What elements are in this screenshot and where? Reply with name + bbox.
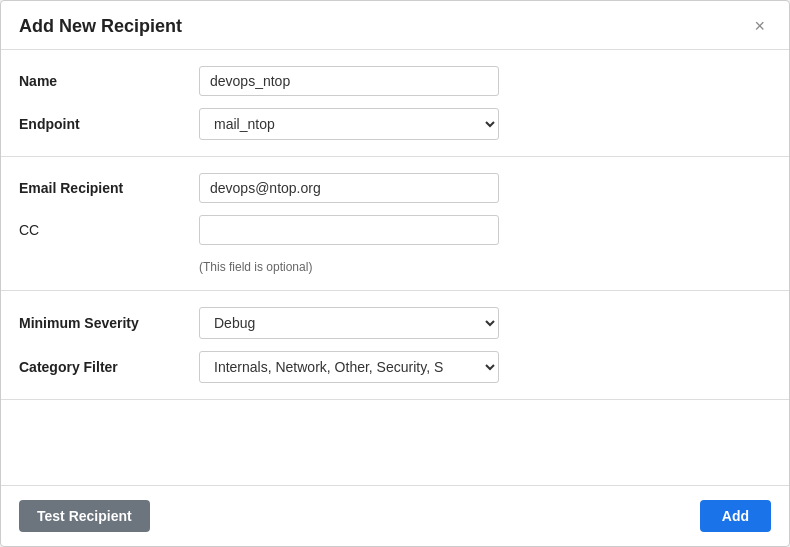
cc-label: CC [19,222,199,238]
cc-input[interactable] [199,215,499,245]
severity-row: Minimum Severity Debug Info Notice Warni… [19,307,771,339]
cc-hint: (This field is optional) [199,260,771,274]
add-recipient-modal: Add New Recipient × Name Endpoint mail_n… [0,0,790,547]
email-row: Email Recipient [19,173,771,203]
name-input[interactable] [199,66,499,96]
modal-header: Add New Recipient × [1,1,789,50]
category-row: Category Filter Internals, Network, Othe… [19,351,771,383]
endpoint-select[interactable]: mail_ntop smtp_endpoint webhook_endpoint [199,108,499,140]
name-label: Name [19,73,199,89]
name-endpoint-section: Name Endpoint mail_ntop smtp_endpoint we… [1,50,789,157]
close-button[interactable]: × [748,15,771,37]
category-select[interactable]: Internals, Network, Other, Security, S [199,351,499,383]
endpoint-row: Endpoint mail_ntop smtp_endpoint webhook… [19,108,771,140]
severity-label: Minimum Severity [19,315,199,331]
endpoint-label: Endpoint [19,116,199,132]
modal-footer: Test Recipient Add [1,485,789,546]
modal-title: Add New Recipient [19,16,182,37]
modal-body: Name Endpoint mail_ntop smtp_endpoint we… [1,50,789,485]
cc-row: CC [19,215,771,245]
email-input[interactable] [199,173,499,203]
name-row: Name [19,66,771,96]
email-section: Email Recipient CC (This field is option… [1,157,789,291]
severity-select[interactable]: Debug Info Notice Warning Error Critical… [199,307,499,339]
email-label: Email Recipient [19,180,199,196]
test-recipient-button[interactable]: Test Recipient [19,500,150,532]
add-button[interactable]: Add [700,500,771,532]
severity-category-section: Minimum Severity Debug Info Notice Warni… [1,291,789,400]
category-label: Category Filter [19,359,199,375]
cc-row-stack: CC (This field is optional) [19,215,771,274]
